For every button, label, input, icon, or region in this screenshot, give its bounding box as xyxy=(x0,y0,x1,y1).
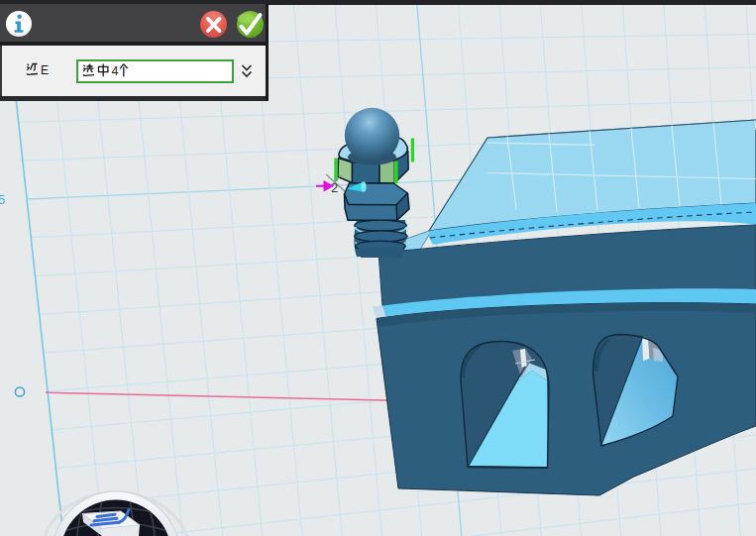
svg-text:4: 4 xyxy=(112,64,119,78)
svg-text:2: 2 xyxy=(331,180,338,195)
svg-text:E: E xyxy=(41,63,49,77)
svg-text:5: 5 xyxy=(0,192,5,207)
